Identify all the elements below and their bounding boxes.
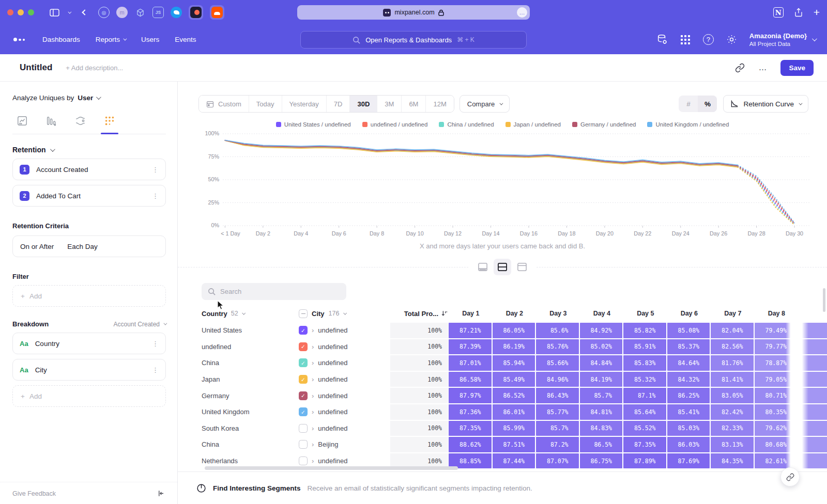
country-column-header[interactable]: Country52 (202, 310, 299, 318)
settings-gear-icon[interactable] (726, 34, 737, 45)
legend-item[interactable]: Japan / undefined (506, 121, 561, 128)
nav-item-users[interactable]: Users (141, 36, 159, 43)
project-switcher[interactable]: Amazonia {Demo} All Project Data (749, 32, 816, 46)
retention-cell[interactable]: 85.02% (579, 339, 623, 355)
retention-cell[interactable]: 85.82% (623, 322, 667, 339)
global-search-button[interactable]: Open Reports & Dashboards ⌘ + K (300, 31, 527, 49)
retention-cell[interactable]: 85.76% (535, 339, 579, 355)
retention-chart[interactable]: 0%25%50%75%100%< 1 DayDay 2Day 4Day 6Day… (198, 129, 813, 240)
legend-item[interactable]: undefined / undefined (362, 121, 428, 128)
date-range-custom[interactable]: Custom (199, 96, 249, 112)
retention-cell[interactable]: 83.05% (710, 387, 754, 404)
percent-values-toggle[interactable]: % (698, 96, 717, 112)
add-breakdown-button[interactable]: + Add (12, 385, 166, 407)
retention-cell[interactable]: 78.87% (754, 355, 798, 371)
horizontal-scrollbar[interactable] (205, 466, 458, 470)
expand-row-icon[interactable]: › (312, 457, 314, 465)
retention-cell[interactable]: 80.35% (754, 404, 798, 420)
retention-cell[interactable]: 84.19% (579, 371, 623, 388)
retention-step-1[interactable]: 1 Account Created ⋮ (12, 159, 166, 180)
retention-cell[interactable]: 86.25% (667, 387, 711, 404)
retention-cell[interactable]: 85.83% (623, 355, 667, 371)
retention-cell[interactable]: 86.43% (535, 387, 579, 404)
retention-cell[interactable]: 84.64% (667, 355, 711, 371)
expand-row-icon[interactable]: › (312, 440, 314, 448)
window-controls[interactable] (7, 9, 34, 15)
retention-cell[interactable]: 85.08% (667, 322, 711, 339)
retention-cell[interactable]: 80.71% (754, 387, 798, 404)
retention-cell[interactable]: 87.89% (623, 453, 667, 469)
share-link-floating-button[interactable] (780, 467, 800, 486)
retention-cell[interactable]: 84.83% (579, 420, 623, 437)
expand-row-icon[interactable]: › (312, 375, 314, 383)
day-column-header-8[interactable]: Day 8 (754, 310, 798, 317)
retention-cell[interactable]: 86.01% (492, 404, 536, 420)
extension-pill-1[interactable] (189, 5, 203, 20)
chart-type-dropdown[interactable]: Retention Curve (723, 95, 808, 113)
retention-cell[interactable]: 84.84% (579, 355, 623, 371)
retention-cell[interactable]: 86.19% (492, 339, 536, 355)
retention-cell[interactable]: 79.05% (754, 371, 798, 388)
legend-item[interactable]: Germany / undefined (572, 121, 636, 128)
date-range-3m[interactable]: 3M (377, 96, 402, 112)
close-window-button[interactable] (7, 9, 13, 15)
day-column-header-7[interactable]: Day 7 (710, 310, 754, 317)
date-range-yesterday[interactable]: Yesterday (282, 96, 327, 112)
apps-grid-icon[interactable] (680, 35, 691, 45)
retention-cell[interactable]: 81.76% (710, 355, 754, 371)
split-view-toggle[interactable] (494, 259, 511, 275)
interesting-segments-bar[interactable]: Find Interesting Segments Receive an ema… (178, 471, 827, 504)
retention-cell[interactable]: 86.75% (579, 453, 623, 469)
retention-cell[interactable]: 85.37% (667, 339, 711, 355)
series-checkbox[interactable]: ✓ (299, 358, 308, 367)
retention-cell[interactable]: 85.64% (623, 404, 667, 420)
retention-cell[interactable]: 87.44% (492, 453, 536, 469)
retention-step-2[interactable]: 2 Added To Cart ⋮ (12, 185, 166, 207)
series-checkbox[interactable]: ✓ (299, 326, 308, 335)
series-checkbox[interactable]: ✓ (299, 391, 308, 400)
kebab-menu-icon[interactable]: ⋮ (152, 166, 159, 174)
extension-bird-icon[interactable] (171, 7, 182, 18)
retention-cell[interactable]: 87.36% (448, 404, 492, 420)
nav-item-events[interactable]: Events (175, 36, 196, 43)
kebab-menu-icon[interactable]: ⋮ (152, 340, 159, 348)
retention-cell[interactable]: 85.49% (492, 371, 536, 388)
day-column-header-1[interactable]: Day 1 (448, 310, 492, 317)
save-button[interactable]: Save (780, 60, 814, 76)
retention-cell[interactable]: 85.32% (623, 371, 667, 388)
retention-cell[interactable]: 85.7% (535, 420, 579, 437)
breakdown-city[interactable]: Aa City ⋮ (12, 359, 166, 381)
retention-cell[interactable]: 85.66% (535, 355, 579, 371)
compare-button[interactable]: Compare (460, 95, 510, 113)
retention-cell[interactable]: 85.6% (535, 322, 579, 339)
retention-cell[interactable]: 85.91% (623, 339, 667, 355)
legend-item[interactable]: United States / undefined (276, 121, 351, 128)
retention-cell[interactable]: 80.68% (754, 436, 798, 453)
retention-cell[interactable]: 79.49% (754, 322, 798, 339)
day-column-header-4[interactable]: Day 4 (579, 310, 623, 317)
retention-cell[interactable]: 85.77% (535, 404, 579, 420)
add-filter-button[interactable]: + Add (12, 285, 166, 307)
tab-funnels[interactable] (43, 112, 59, 134)
expand-row-icon[interactable]: › (312, 392, 314, 400)
retention-cell[interactable]: 87.2% (535, 436, 579, 453)
table-only-toggle[interactable] (513, 259, 531, 275)
retention-cell[interactable]: 86.52% (492, 387, 536, 404)
series-checkbox[interactable] (299, 424, 308, 433)
extension-cube-icon[interactable] (134, 7, 146, 18)
page-settings-icon[interactable]: … (517, 7, 527, 18)
retention-cell[interactable]: 85.52% (623, 420, 667, 437)
absolute-values-toggle[interactable]: # (679, 96, 698, 112)
copy-link-icon[interactable] (735, 63, 745, 73)
retention-cell[interactable]: 87.35% (448, 420, 492, 437)
add-description[interactable]: + Add description... (66, 64, 123, 72)
criteria-interval[interactable]: Each Day (67, 243, 98, 250)
retention-cell[interactable]: 79.62% (754, 420, 798, 437)
retention-cell[interactable]: 86.58% (448, 371, 492, 388)
zoom-window-button[interactable] (28, 9, 34, 15)
extension-m-icon[interactable]: m (116, 7, 128, 18)
tab-flows[interactable] (72, 112, 88, 134)
report-title[interactable]: Untitled (20, 62, 52, 73)
total-column-header[interactable]: Total Pro... (390, 310, 448, 318)
notion-extension-icon[interactable]: N (773, 7, 784, 18)
